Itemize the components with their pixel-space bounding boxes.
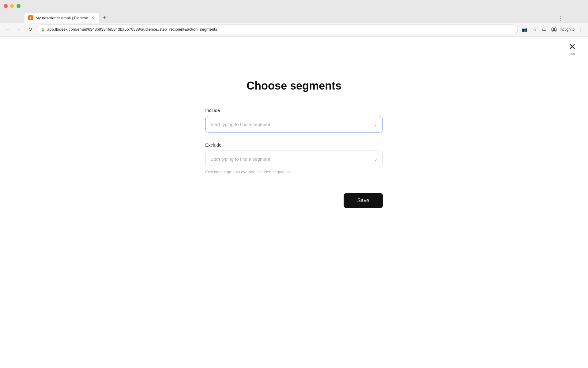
tab-close-button[interactable]: ✕ [90,15,95,20]
close-x-icon: ✕ [569,43,576,51]
exclude-label: Exclude [205,142,383,148]
active-tab[interactable]: f My newsletter email | Flodesk ✕ [24,13,99,23]
page-content: ✕ esc Choose segments Include Start typi… [0,36,588,368]
exclude-segment-select[interactable]: Start typing to find a segment ⌄ [205,151,383,167]
window-controls [4,4,21,8]
new-tab-button[interactable]: + [100,13,109,22]
close-page-button[interactable]: ✕ esc [569,43,576,56]
tab-bar: f My newsletter email | Flodesk ✕ + ⋮ [0,12,588,23]
reload-button[interactable]: ↻ [26,25,34,34]
close-esc-label: esc [569,52,575,56]
bookmark-button[interactable]: ☆ [530,25,539,34]
browser-titlebar [0,0,588,12]
window-close-button[interactable] [4,4,8,8]
address-bar[interactable]: 🔒 app.flodesk.com/email/6343b9334fe5843b… [37,25,518,34]
form-container: Choose segments Include Start typing to … [205,79,383,208]
include-segment-select[interactable]: Start typing to find a segment ⌄ [205,116,383,132]
save-button[interactable]: Save [344,193,383,208]
toolbar-actions: 📷 ☆ ▭ Incognito ⋮ [520,25,584,34]
save-btn-row: Save [205,193,383,208]
include-section: Include Start typing to find a segment ⌄ [205,108,383,132]
camera-icon-button[interactable]: 📷 [520,25,529,34]
include-chevron-icon: ⌄ [374,121,378,127]
exclude-placeholder: Start typing to find a segment [210,156,374,162]
browser-chrome: f My newsletter email | Flodesk ✕ + ⋮ ← … [0,0,588,36]
window-maximize-button[interactable] [17,4,21,8]
address-text: app.flodesk.com/email/6343b9334fe5843ba5… [47,27,514,32]
page-title: Choose segments [247,79,341,92]
forward-button[interactable]: → [15,25,23,34]
split-view-button[interactable]: ▭ [540,25,548,34]
helper-text: Excluded segments override included segm… [205,170,383,174]
browser-toolbar: ← → ↻ 🔒 app.flodesk.com/email/6343b9334f… [0,23,588,36]
lock-icon: 🔒 [41,27,45,32]
exclude-chevron-icon: ⌄ [374,156,378,162]
profile-button[interactable] [550,25,558,34]
incognito-label: Incognito [560,27,575,32]
tab-title: My newsletter email | Flodesk [36,16,88,20]
exclude-section: Exclude Start typing to find a segment ⌄… [205,142,383,174]
include-placeholder: Start typing to find a segment [210,122,374,127]
include-label: Include [205,108,383,113]
tab-favicon-icon: f [28,15,33,20]
back-button[interactable]: ← [4,25,12,34]
window-minimize-button[interactable] [10,4,14,8]
menu-button[interactable]: ⋮ [576,25,584,34]
